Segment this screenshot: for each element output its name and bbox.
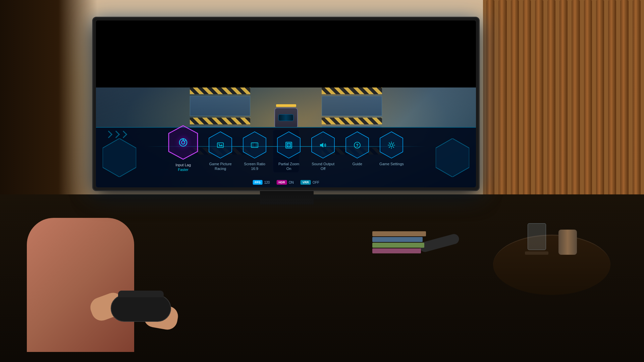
menu-label-partial-zoom: Partial Zoom On	[278, 162, 299, 171]
hex-icon-game-picture	[208, 131, 232, 159]
menu-label-game-picture: Game Picture Racing	[209, 162, 231, 171]
book	[372, 237, 423, 242]
svg-point-4	[181, 141, 185, 144]
fps-label: FPS	[253, 180, 263, 185]
svg-text:?: ?	[356, 143, 358, 148]
fps-value: 120	[264, 181, 270, 184]
warning-stripe	[190, 118, 250, 124]
menu-label-input-lag: Input Lag Faster	[175, 163, 191, 172]
vrr-value: OFF	[313, 181, 319, 184]
warning-stripe	[322, 118, 382, 124]
tv-bezel: Input Lag Faster	[92, 17, 480, 191]
svg-marker-18	[320, 143, 323, 147]
svg-marker-0	[103, 138, 136, 177]
vrr-badge: VRR OFF	[301, 180, 319, 185]
menu-item-sound-output[interactable]: Sound Output Off	[311, 131, 335, 171]
status-bar: FPS 120 HDR ON VRR OFF	[253, 180, 319, 185]
warning-stripe	[322, 87, 382, 94]
hdr-label: HDR	[276, 180, 287, 185]
fps-badge: FPS 120	[253, 180, 270, 185]
hex-deco-left	[96, 128, 143, 187]
tv-screen: Input Lag Faster	[96, 20, 476, 187]
hex-icon-sound-output	[311, 131, 335, 159]
vrr-label: VRR	[301, 180, 311, 185]
metal-panel	[322, 96, 382, 116]
books-stack	[372, 231, 426, 251]
helmet-accent	[276, 104, 296, 107]
menu-item-input-lag[interactable]: Input Lag Faster	[168, 131, 198, 172]
table-items	[525, 223, 577, 255]
svg-line-6	[184, 140, 186, 141]
menu-item-game-picture[interactable]: Game Picture Racing	[208, 131, 232, 171]
cylinder-object	[558, 230, 577, 255]
book	[372, 243, 424, 248]
character-head	[274, 108, 298, 128]
warning-stripe	[190, 87, 250, 94]
menu-label-sound-output: Sound Output Off	[312, 162, 334, 171]
hex-icon-screen-ratio	[243, 131, 267, 159]
person-area	[0, 188, 268, 362]
menu-item-partial-zoom[interactable]: Partial Zoom On	[277, 131, 301, 171]
controller-bumps	[118, 291, 164, 297]
hex-icon-game-settings	[379, 131, 404, 159]
tv-stand	[260, 191, 314, 204]
hdr-value: ON	[289, 181, 294, 184]
coaster	[525, 251, 548, 255]
book	[372, 231, 426, 236]
svg-point-9	[219, 143, 220, 144]
menu-icons-row: Input Lag Faster	[136, 131, 436, 172]
menu-item-screen-ratio[interactable]: Screen Ratio 16:9	[243, 131, 267, 171]
hex-icon-partial-zoom	[277, 131, 301, 159]
hex-icon-input-lag	[168, 125, 198, 160]
menu-item-guide[interactable]: ? Guide	[345, 131, 369, 166]
book	[372, 248, 421, 253]
svg-marker-1	[436, 138, 469, 177]
character-visor	[278, 114, 293, 121]
hex-deco-right	[429, 128, 476, 187]
menu-label-game-settings: Game Settings	[379, 162, 404, 166]
metal-panel	[190, 96, 250, 116]
menu-label-screen-ratio: Screen Ratio 16:9	[244, 162, 265, 171]
hdr-badge: HDR ON	[276, 180, 294, 185]
game-bar: Input Lag Faster	[96, 127, 476, 187]
menu-label-guide: Guide	[352, 162, 362, 166]
menu-item-game-settings[interactable]: Game Settings	[379, 131, 404, 166]
letterbox-top	[96, 20, 476, 87]
svg-rect-11	[251, 143, 258, 147]
person-hands	[84, 261, 218, 328]
game-controller	[111, 295, 171, 322]
hex-icon-guide: ?	[345, 131, 369, 159]
drinking-glass	[528, 223, 546, 250]
